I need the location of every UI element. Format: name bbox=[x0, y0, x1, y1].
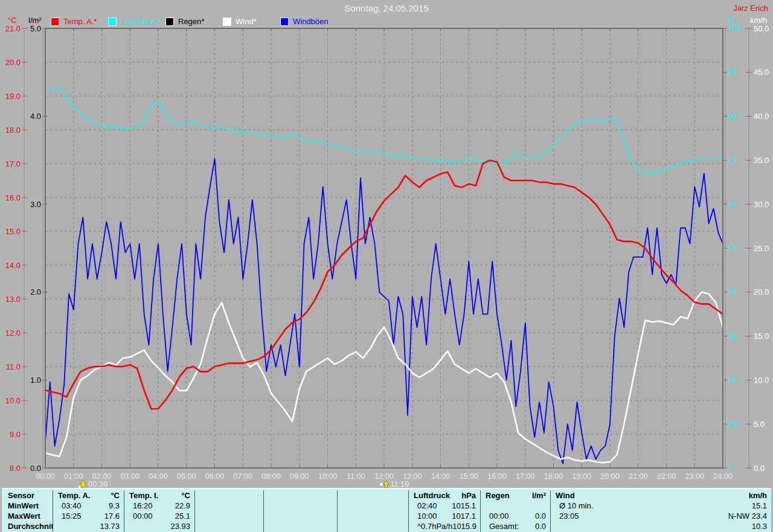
table-column-wind: Windkm/hØ 10 min.15.123:05N-NW 23.410.3 bbox=[551, 490, 771, 532]
stat-time: 23:05 bbox=[551, 511, 673, 521]
humidity-tick-label: 40 bbox=[728, 287, 737, 296]
stat-time bbox=[264, 501, 306, 511]
time-tick-label: 09:00 bbox=[290, 472, 309, 481]
table-column-tempi: Temp. I.°C16:2022.900:0025.123.93 bbox=[124, 490, 195, 532]
rain-tick-label: 3.0 bbox=[30, 200, 41, 209]
temp-tick-label: 13.0 bbox=[5, 295, 21, 304]
time-tick-label: 14:00 bbox=[431, 472, 450, 481]
stat-value: 1015.1 bbox=[449, 501, 480, 511]
stat-time bbox=[195, 511, 234, 521]
time-tick-label: 21:00 bbox=[629, 472, 647, 481]
sensor-unit: °C bbox=[181, 490, 194, 501]
table-cell-row bbox=[338, 511, 408, 521]
time-tick-label: 17:00 bbox=[516, 472, 534, 481]
time-tick-label: 07:00 bbox=[234, 472, 252, 481]
humidity-tick-label: 10 bbox=[728, 420, 737, 429]
stat-value: 1015.9 bbox=[452, 521, 481, 531]
table-column-empty bbox=[195, 490, 264, 532]
stat-value: 25.1 bbox=[164, 511, 194, 521]
stat-time bbox=[264, 511, 306, 521]
table-row-label: Durchschnitt bbox=[2, 521, 53, 531]
windspeed-tick-label: 15.0 bbox=[754, 332, 769, 341]
sensor-unit: l/m² bbox=[532, 490, 550, 501]
windspeed-tick-label: 20.0 bbox=[754, 287, 769, 296]
sensor-name bbox=[195, 490, 259, 501]
table-cell-row bbox=[264, 521, 337, 531]
time-tick-label: 19:00 bbox=[573, 472, 591, 481]
windspeed-tick-label: 45.0 bbox=[754, 68, 769, 77]
sensor-name bbox=[264, 490, 333, 501]
stat-value bbox=[234, 511, 263, 521]
time-tick-label: 18:00 bbox=[544, 472, 563, 481]
sensor-name bbox=[338, 490, 404, 501]
table-column-header bbox=[195, 490, 263, 501]
time-tick-label: 24:00 bbox=[713, 472, 732, 481]
sensor-unit: hPa bbox=[461, 490, 480, 501]
stat-time bbox=[195, 501, 234, 511]
humidity-tick-label: 70 bbox=[728, 156, 737, 165]
temp-tick-label: 9.0 bbox=[10, 430, 21, 439]
table-column-header: Temp. I.°C bbox=[124, 490, 194, 501]
humidity-tick-label: 50 bbox=[728, 244, 737, 253]
table-cell-row: 13.73 bbox=[53, 521, 124, 531]
time-tick-label: 15:00 bbox=[460, 472, 478, 481]
stat-value: 17.6 bbox=[94, 511, 124, 521]
table-row-label: Sensor bbox=[2, 490, 53, 501]
stat-value bbox=[306, 511, 337, 521]
stat-value bbox=[378, 521, 408, 531]
weather-chart-window: Sonntag, 24.05.2015 Jarz Erich °C l/m² %… bbox=[0, 0, 773, 532]
time-tick-label: 08:00 bbox=[261, 472, 280, 481]
stat-value bbox=[306, 501, 337, 511]
table-cell-row: 16:2022.9 bbox=[124, 501, 194, 511]
stat-time bbox=[264, 521, 306, 531]
table-cell-row: Gesamt:0.0 bbox=[481, 521, 550, 531]
humidity-tick-label: 20 bbox=[728, 376, 737, 385]
table-cell-row bbox=[338, 521, 408, 531]
table-row-label: MinWert bbox=[2, 501, 53, 511]
table-cell-row: 23.93 bbox=[124, 521, 194, 531]
table-cell-row: 02:401015.1 bbox=[409, 501, 480, 511]
sensor-unit: °C bbox=[111, 490, 124, 501]
stat-time bbox=[338, 521, 378, 531]
time-tick-label: 01:00 bbox=[64, 472, 83, 481]
windspeed-tick-label: 30.0 bbox=[754, 200, 769, 209]
stat-value bbox=[234, 521, 263, 531]
humidity-tick-label: 30 bbox=[728, 332, 737, 341]
humidity-tick-label: 90 bbox=[728, 68, 737, 77]
stat-value: 0.0 bbox=[521, 521, 550, 531]
stat-value: 9.3 bbox=[94, 501, 124, 511]
time-tick-label: 22:00 bbox=[657, 472, 676, 481]
sensor-name: Luftdruck bbox=[409, 490, 461, 501]
table-cell-row: 10:001017.1 bbox=[409, 511, 480, 521]
stat-value bbox=[378, 511, 408, 521]
stat-time bbox=[124, 521, 164, 531]
stat-value bbox=[306, 521, 337, 531]
stat-value bbox=[378, 501, 408, 511]
table-cell-row: 10.3 bbox=[551, 521, 771, 531]
table-column-header: LuftdruckhPa bbox=[409, 490, 480, 501]
stat-value: 13.73 bbox=[94, 521, 124, 531]
humidity-tick-label: 0 bbox=[728, 464, 733, 473]
table-cell-row bbox=[481, 501, 550, 511]
rain-tick-label: 4.0 bbox=[30, 112, 41, 121]
time-tick-label: 16:00 bbox=[487, 472, 506, 481]
table-column-header bbox=[264, 490, 337, 501]
time-tick-label: 05:00 bbox=[177, 472, 196, 481]
sensor-unit bbox=[333, 490, 337, 501]
humidity-tick-label: 100 bbox=[728, 24, 742, 33]
sensor-unit: km/h bbox=[749, 490, 771, 501]
stat-time: Ø 10 min. bbox=[551, 501, 673, 511]
stat-time: 02:40 bbox=[409, 501, 449, 511]
stat-value: 0.0 bbox=[521, 511, 550, 521]
temp-tick-label: 16.0 bbox=[5, 193, 21, 202]
stat-time bbox=[481, 501, 521, 511]
time-tick-label: 11:00 bbox=[347, 472, 365, 481]
rain-tick-label: 1.0 bbox=[30, 376, 41, 385]
stat-time: ^0.7hPa/h bbox=[409, 521, 452, 531]
windspeed-tick-label: 50.0 bbox=[754, 24, 769, 33]
stat-time: 15:25 bbox=[53, 511, 94, 521]
stat-value: 23.93 bbox=[164, 521, 194, 531]
temp-tick-label: 20.0 bbox=[5, 58, 21, 67]
sensor-name: Temp. A. bbox=[53, 490, 111, 501]
stat-time: 03:40 bbox=[53, 501, 94, 511]
